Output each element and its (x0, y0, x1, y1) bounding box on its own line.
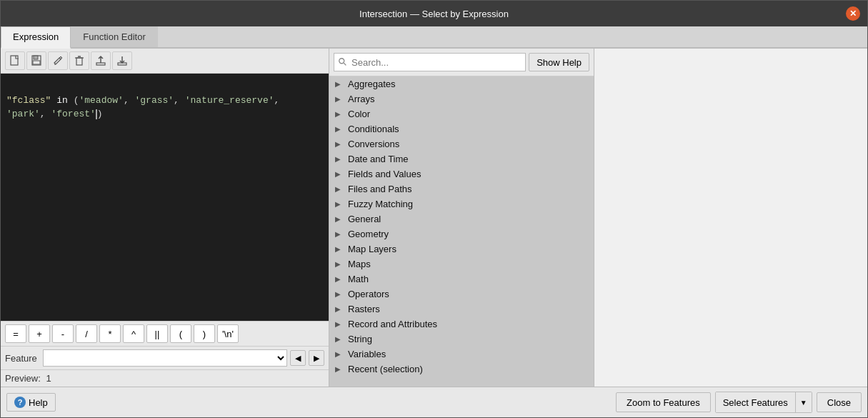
load-button[interactable] (91, 51, 111, 70)
function-item-conditionals[interactable]: ▶Conditionals (329, 121, 594, 136)
chevron-icon: ▶ (335, 110, 345, 118)
function-item-fuzzy-matching[interactable]: ▶Fuzzy Matching (329, 196, 594, 212)
chevron-icon: ▶ (335, 260, 345, 268)
chevron-icon: ▶ (335, 350, 345, 358)
svg-rect-3 (33, 61, 40, 64)
close-window-button[interactable]: ✕ (846, 6, 860, 21)
help-button[interactable]: ? Help (6, 393, 56, 412)
tab-function-editor[interactable]: Function Editor (71, 26, 157, 47)
function-item-aggregates[interactable]: ▶Aggregates (329, 76, 594, 91)
window-title: Intersection — Select by Expression (292, 9, 577, 19)
function-item-label: Conditionals (348, 124, 399, 134)
open-paren-button[interactable]: ( (170, 324, 191, 343)
feature-select[interactable] (43, 349, 287, 367)
save-icon (31, 55, 42, 66)
chevron-icon: ▶ (335, 155, 345, 163)
minus-button[interactable]: - (52, 324, 74, 343)
preview-row: Preview: 1 (1, 369, 329, 387)
new-button[interactable] (5, 51, 25, 70)
export-button[interactable] (112, 51, 132, 70)
close-button[interactable]: Close (817, 392, 862, 412)
function-item-label: Files and Paths (348, 184, 412, 194)
chevron-icon: ▶ (335, 200, 345, 208)
prev-feature-button[interactable]: ◀ (290, 350, 306, 366)
equals-button[interactable]: = (5, 324, 26, 343)
function-item-string[interactable]: ▶String (329, 332, 594, 347)
function-item-label: Geometry (348, 229, 389, 239)
function-item-label: Date and Time (348, 154, 409, 164)
bottom-bar: ? Help Zoom to Features Select Features … (1, 387, 867, 417)
chevron-icon: ▶ (335, 320, 345, 328)
delete-button[interactable] (69, 51, 89, 70)
main-row: "fclass" in ('meadow', 'grass', 'nature_… (1, 49, 867, 387)
preview-label: Preview: (5, 373, 41, 384)
divide-button[interactable]: / (76, 324, 97, 343)
operator-bar: = + - / * ^ || ( ) '\n' (1, 321, 329, 346)
function-item-map-layers[interactable]: ▶Map Layers (329, 242, 594, 257)
code-editor[interactable]: "fclass" in ('meadow', 'grass', 'nature_… (1, 74, 329, 321)
function-item-math[interactable]: ▶Math (329, 272, 594, 287)
select-features-dropdown-button[interactable]: ▼ (796, 392, 812, 412)
plus-button[interactable]: + (29, 324, 50, 343)
function-item-recent-selection[interactable]: ▶Recent (selection) (329, 362, 594, 377)
newline-button[interactable]: '\n' (217, 324, 239, 343)
power-button[interactable]: ^ (123, 324, 144, 343)
function-item-label: String (348, 334, 372, 344)
function-item-label: Fields and Values (348, 169, 421, 179)
function-item-label: Recent (selection) (348, 364, 423, 374)
chevron-icon: ▶ (335, 140, 345, 148)
next-feature-button[interactable]: ▶ (309, 350, 324, 366)
save-button[interactable] (26, 51, 46, 70)
function-item-arrays[interactable]: ▶Arrays (329, 91, 594, 106)
function-item-color[interactable]: ▶Color (329, 106, 594, 121)
tab-bar: Expression Function Editor (1, 26, 867, 49)
close-paren-button[interactable]: ) (194, 324, 215, 343)
feature-label: Feature (5, 353, 37, 364)
function-panel: Show Help ▶Aggregates▶Arrays▶Color▶Condi… (329, 49, 594, 387)
chevron-icon: ▶ (335, 305, 345, 313)
preview-value: 1 (46, 373, 51, 384)
function-item-record-and-attributes[interactable]: ▶Record and Attributes (329, 317, 594, 332)
tab-expression[interactable]: Expression (1, 26, 71, 49)
function-item-label: General (348, 214, 381, 224)
chevron-icon: ▶ (335, 95, 345, 103)
help-panel (594, 49, 867, 387)
function-item-general[interactable]: ▶General (329, 212, 594, 227)
function-item-fields-and-values[interactable]: ▶Fields and Values (329, 166, 594, 181)
dialog: Intersection — Select by Expression ✕ Ex… (0, 0, 868, 418)
function-item-label: Fuzzy Matching (348, 199, 413, 209)
chevron-icon: ▶ (335, 170, 345, 178)
svg-rect-9 (118, 63, 126, 65)
function-item-geometry[interactable]: ▶Geometry (329, 227, 594, 242)
function-item-files-and-paths[interactable]: ▶Files and Paths (329, 181, 594, 196)
help-icon: ? (14, 397, 26, 408)
left-panel: "fclass" in ('meadow', 'grass', 'nature_… (1, 49, 329, 387)
help-label: Help (29, 397, 48, 408)
function-item-operators[interactable]: ▶Operators (329, 287, 594, 302)
function-item-label: Variables (348, 349, 386, 359)
search-bar: Show Help (329, 49, 594, 76)
function-item-maps[interactable]: ▶Maps (329, 257, 594, 272)
function-item-rasters[interactable]: ▶Rasters (329, 302, 594, 317)
chevron-icon: ▶ (335, 290, 345, 298)
chevron-icon: ▶ (335, 230, 345, 238)
chevron-icon: ▶ (335, 335, 345, 343)
function-item-label: Map Layers (348, 244, 396, 254)
function-item-conversions[interactable]: ▶Conversions (329, 136, 594, 151)
zoom-to-features-button[interactable]: Zoom to Features (616, 392, 711, 412)
chevron-icon: ▶ (335, 215, 345, 223)
show-help-button[interactable]: Show Help (529, 53, 589, 71)
edit-button[interactable] (48, 51, 68, 70)
edit-icon (52, 55, 64, 66)
chevron-icon: ▶ (335, 245, 345, 253)
chevron-icon: ▶ (335, 275, 345, 283)
function-item-date-and-time[interactable]: ▶Date and Time (329, 151, 594, 166)
select-features-button[interactable]: Select Features (716, 392, 796, 412)
chevron-icon: ▶ (335, 365, 345, 373)
download-icon (116, 55, 128, 66)
multiply-button[interactable]: * (99, 324, 121, 343)
concat-button[interactable]: || (146, 324, 168, 343)
function-item-label: Rasters (348, 304, 380, 314)
function-item-variables[interactable]: ▶Variables (329, 347, 594, 362)
search-input[interactable] (334, 53, 526, 71)
